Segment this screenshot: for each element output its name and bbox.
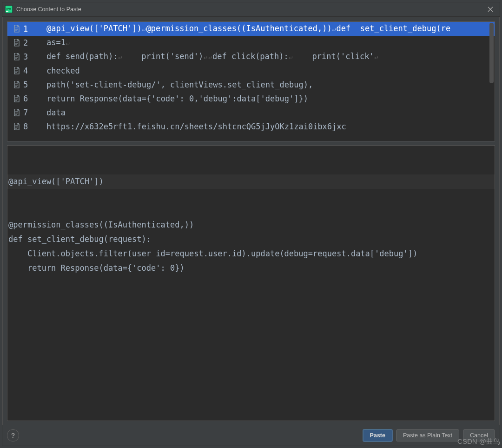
clipboard-item-preview: data xyxy=(32,106,495,120)
paste-button[interactable]: Paste xyxy=(363,429,392,441)
clipboard-item-preview: path('set-client-debug/', clientViews.se… xyxy=(32,78,495,92)
clipboard-item-number: 5 xyxy=(23,78,32,92)
clipboard-item[interactable]: 2as=1↵ xyxy=(7,36,495,50)
clipboard-item[interactable]: 8https://x632e5rft1.feishu.cn/sheets/sht… xyxy=(7,120,495,134)
window-title: Choose Content to Paste xyxy=(16,6,81,13)
clipboard-item-number: 8 xyxy=(23,120,32,134)
clipboard-item-preview: as=1↵ xyxy=(32,36,495,50)
clipboard-item[interactable]: 5path('set-client-debug/', clientViews.s… xyxy=(7,78,495,92)
preview-current-line: @api_view(['PATCH']) xyxy=(7,174,495,189)
list-scrollbar[interactable] xyxy=(489,23,494,83)
text-file-icon xyxy=(13,81,20,88)
dialog-button-bar: ? Paste Paste as Plain Text Cancel xyxy=(2,425,500,446)
titlebar: PC Choose Content to Paste xyxy=(2,2,500,17)
text-file-icon xyxy=(13,95,20,102)
newline-glyph-icon: ↵ xyxy=(289,53,293,60)
pycharm-app-icon: PC xyxy=(5,6,13,13)
clipboard-item-preview: def send(path):↵ print('send')↵↵def clic… xyxy=(32,50,495,64)
newline-glyph-icon: ↵ xyxy=(203,53,208,60)
clipboard-history-list[interactable]: 1@api_view(['PATCH'])↵@permission_classe… xyxy=(7,21,495,141)
clipboard-item-preview: @api_view(['PATCH'])↵@permission_classes… xyxy=(32,22,495,36)
clipboard-item-preview: checked xyxy=(32,64,495,78)
clipboard-item[interactable]: 6return Response(data={'code': 0,'debug'… xyxy=(7,92,495,106)
clipboard-item[interactable]: 7data xyxy=(7,106,495,120)
text-file-icon xyxy=(13,123,20,130)
clipboard-item-number: 4 xyxy=(23,64,32,78)
svg-rect-3 xyxy=(6,11,8,12)
cancel-button[interactable]: Cancel xyxy=(463,429,495,441)
dialog-content: 1@api_view(['PATCH'])↵@permission_classe… xyxy=(2,17,500,425)
paste-history-dialog: PC Choose Content to Paste 1@api_view(['… xyxy=(2,2,500,446)
preview-text: @permission_classes((IsAuthenticated,)) … xyxy=(7,218,495,275)
text-file-icon xyxy=(13,109,20,116)
clipboard-item-number: 7 xyxy=(23,106,32,120)
clipboard-item[interactable]: 3def send(path):↵ print('send')↵↵def cli… xyxy=(7,50,495,64)
clipboard-item-preview: https://x632e5rft1.feishu.cn/sheets/shtc… xyxy=(32,120,495,134)
newline-glyph-icon: ↵ xyxy=(374,53,379,60)
clipboard-item-number: 6 xyxy=(23,92,32,106)
newline-glyph-icon: ↵ xyxy=(142,26,146,33)
svg-text:PC: PC xyxy=(7,7,11,11)
paste-plain-text-button[interactable]: Paste as Plain Text xyxy=(396,429,459,441)
clipboard-item[interactable]: 1@api_view(['PATCH'])↵@permission_classe… xyxy=(7,22,495,36)
text-file-icon xyxy=(13,39,20,47)
close-icon xyxy=(488,7,493,12)
clipboard-item-number: 2 xyxy=(23,36,32,50)
clipboard-item-number: 3 xyxy=(23,50,32,64)
text-file-icon xyxy=(13,25,20,33)
newline-glyph-icon: ↵ xyxy=(118,53,123,60)
help-button[interactable]: ? xyxy=(7,429,19,441)
newline-glyph-icon: ↵ xyxy=(66,40,70,47)
clipboard-item-number: 1 xyxy=(23,22,32,36)
newline-glyph-icon: ↵ xyxy=(208,53,212,60)
clipboard-preview-pane: @api_view(['PATCH']) @permission_classes… xyxy=(7,145,495,421)
text-file-icon xyxy=(13,53,20,60)
text-file-icon xyxy=(13,67,20,74)
newline-glyph-icon: ↵ xyxy=(332,26,337,33)
clipboard-item[interactable]: 4checked xyxy=(7,64,495,78)
clipboard-item-preview: return Response(data={'code': 0,'debug':… xyxy=(32,92,495,106)
close-button[interactable] xyxy=(484,4,497,15)
